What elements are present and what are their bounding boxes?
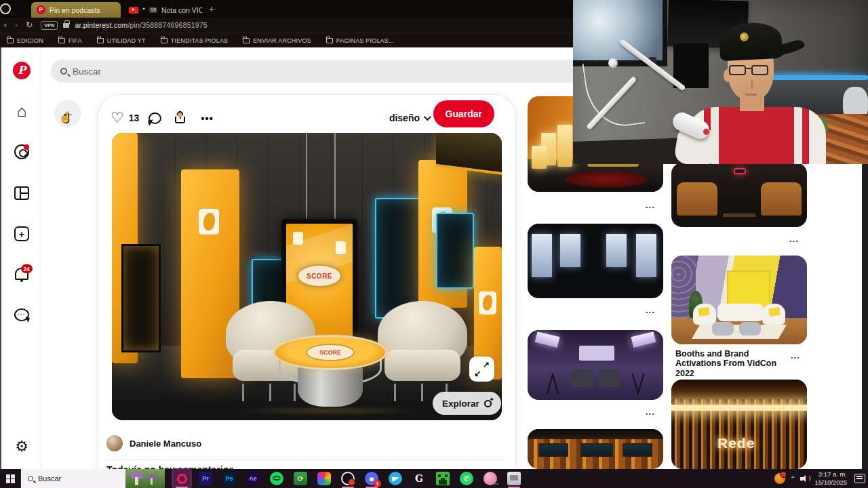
score-logo-table: SCORE xyxy=(306,344,355,361)
related-pin-more-icon[interactable]: ... xyxy=(646,200,655,210)
search-placeholder: Buscar xyxy=(73,66,101,77)
minecraft-taskbar-icon[interactable] xyxy=(434,470,452,487)
share-app-taskbar-icon[interactable]: ⟳ xyxy=(292,470,309,487)
related-pin-more-icon[interactable]: ... xyxy=(789,234,799,244)
youtube-favicon xyxy=(129,7,138,14)
taskbar-widget-image[interactable] xyxy=(125,469,165,488)
create-icon[interactable]: + xyxy=(11,223,33,245)
bookmark-enviar-archivos[interactable]: ENVIAR ARCHIVOS xyxy=(243,37,311,44)
related-pin-more-icon[interactable]: ... xyxy=(791,350,800,361)
notifications-icon[interactable]: 24 xyxy=(11,263,33,285)
taskbar-search[interactable]: Buscar xyxy=(20,469,125,488)
new-tab-button[interactable]: + xyxy=(205,3,218,16)
studio-chair-right xyxy=(378,301,467,401)
gx-app-taskbar-icon[interactable]: G xyxy=(410,470,428,487)
opera-gx-taskbar-icon[interactable] xyxy=(173,470,191,487)
bookmark-edicion[interactable]: EDICION xyxy=(7,37,43,44)
pink-app-taskbar-icon[interactable] xyxy=(481,470,499,487)
author-name[interactable]: Daniele Mancuso xyxy=(130,439,201,449)
spotify-taskbar-icon[interactable] xyxy=(268,470,285,487)
folder-icon xyxy=(161,38,167,43)
divider xyxy=(106,460,504,460)
visual-search-icon xyxy=(484,400,492,407)
related-pin-more-icon[interactable]: ... xyxy=(646,407,655,417)
explore-icon[interactable] xyxy=(11,141,33,163)
related-pin-rede[interactable]: Rede xyxy=(671,380,807,469)
lock-icon[interactable] xyxy=(63,23,69,28)
bookmark-utilidad-yt[interactable]: UTILIDAD YT xyxy=(97,37,146,44)
folder-icon xyxy=(326,38,333,43)
premiere-taskbar-icon[interactable]: Pr xyxy=(197,470,214,487)
back-nav-icon[interactable]: ‹ xyxy=(0,20,11,30)
mouse-cursor: ☝ xyxy=(60,112,71,123)
tray-update-icon[interactable] xyxy=(774,473,785,484)
related-pin-caption[interactable]: Booths and Brand Activations From VidCon… xyxy=(675,349,787,378)
folder-icon xyxy=(7,38,14,43)
photoshop-taskbar-icon[interactable]: Ps xyxy=(220,470,238,487)
search-icon xyxy=(28,476,33,481)
comments-header: Todavía no hay comentarios xyxy=(106,464,378,469)
gray-app-taskbar-icon[interactable] xyxy=(505,470,523,487)
more-options-icon[interactable]: ••• xyxy=(201,113,214,124)
pin-image[interactable]: SCORE SCORE xyxy=(112,133,502,420)
related-pin-leather-chairs[interactable] xyxy=(671,163,807,227)
settings-gear-icon[interactable]: ⚙ xyxy=(11,436,33,458)
telegram-taskbar-icon[interactable] xyxy=(387,470,404,487)
author-row[interactable]: Daniele Mancuso xyxy=(106,435,201,451)
tab-pinterest[interactable]: P Pin en podcasts xyxy=(31,2,121,18)
avatar[interactable] xyxy=(106,435,123,451)
search-icon xyxy=(60,68,67,75)
scrollbar[interactable] xyxy=(862,164,868,469)
reload-icon[interactable]: ↻ xyxy=(22,20,37,30)
notification-center-icon[interactable] xyxy=(854,474,865,483)
creative-cloud-taskbar-icon[interactable] xyxy=(315,470,333,487)
opera-menu-icon[interactable] xyxy=(0,3,11,14)
tab-prefix: * xyxy=(142,6,145,14)
vpn-badge[interactable]: VPN xyxy=(41,21,58,30)
start-button[interactable] xyxy=(0,469,20,488)
pinterest-sidebar: P ⌂ + 24 ··· ⚙ xyxy=(1,47,41,469)
pinterest-logo[interactable]: P xyxy=(11,60,33,81)
related-pin-dark-studio[interactable] xyxy=(528,224,663,298)
chevron-down-icon xyxy=(424,113,431,121)
after-effects-taskbar-icon[interactable]: Ae xyxy=(244,470,262,487)
url-text[interactable]: ar.pinterest.com/pin/3588874696851975 xyxy=(75,21,207,29)
forward-nav-icon[interactable]: › xyxy=(11,20,22,30)
related-pin-vidcon-booth[interactable] xyxy=(671,256,807,344)
messages-icon[interactable]: ··· xyxy=(11,304,33,325)
expand-image-button[interactable]: ↗ ↙ xyxy=(469,357,494,382)
windows-taskbar: Buscar Pr Ps Ae ⟳ ☻1 G ✆ ⌃ 3:17 a. m. xyxy=(0,469,868,488)
notification-badge: 24 xyxy=(21,264,33,273)
tray-time: 3:17 a. m. xyxy=(814,470,847,479)
related-pin-more-icon[interactable]: ... xyxy=(646,305,655,315)
board-select-dropdown[interactable]: diseño xyxy=(389,113,429,123)
glasses xyxy=(729,65,771,77)
home-icon[interactable]: ⌂ xyxy=(11,100,33,122)
obs-taskbar-icon[interactable] xyxy=(339,470,357,487)
share-icon[interactable] xyxy=(175,112,186,124)
bookmark-tienditas[interactable]: TIENDITAS PIOLAS xyxy=(161,37,229,44)
neon-panel xyxy=(436,213,474,289)
bookmark-fifa[interactable]: FIFA xyxy=(58,37,82,44)
rede-neon-text: Rede xyxy=(717,435,755,451)
comment-icon[interactable] xyxy=(149,113,161,124)
soccer-badge xyxy=(199,209,219,235)
related-pin-wood-studio[interactable] xyxy=(528,429,663,469)
boards-icon[interactable] xyxy=(11,182,33,204)
like-heart-icon[interactable]: ♡ xyxy=(111,109,124,127)
tab-number-badge: 10 xyxy=(149,7,157,13)
related-pin-purple-studio[interactable] xyxy=(528,330,663,400)
save-button[interactable]: Guardar xyxy=(433,100,494,127)
clock[interactable]: 3:17 a. m. 15/10/2025 xyxy=(814,470,847,487)
whatsapp-taskbar-icon[interactable]: ✆ xyxy=(458,470,475,487)
tray-date: 15/10/2025 xyxy=(814,479,847,487)
explore-button[interactable]: Explorar xyxy=(433,392,501,415)
studio-table: SCORE xyxy=(273,335,387,370)
tab-youtube[interactable]: * 10 Nota con VICENTE TA xyxy=(123,2,208,18)
discord-badge: 1 xyxy=(374,480,381,487)
discord-taskbar-icon[interactable]: ☻1 xyxy=(363,470,380,487)
volume-icon[interactable] xyxy=(800,474,810,483)
tray-caret-icon[interactable]: ⌃ xyxy=(790,475,795,483)
pinterest-favicon: P xyxy=(37,5,45,14)
bookmark-paginas-piolas[interactable]: PAGINAS PIOLAS... xyxy=(326,37,394,44)
